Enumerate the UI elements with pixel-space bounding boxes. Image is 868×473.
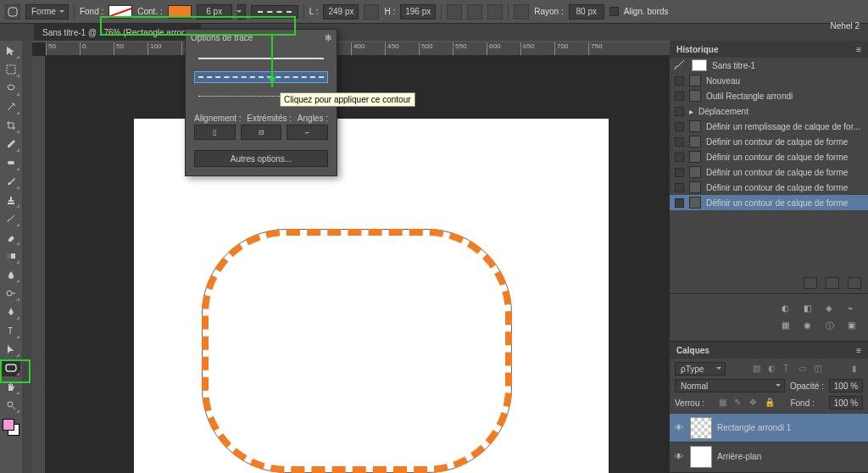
history-step-checkbox[interactable] <box>675 76 684 86</box>
filter-shape-icon[interactable]: ▭ <box>798 364 810 375</box>
visibility-icon[interactable]: 👁 <box>673 452 685 461</box>
stroke-align-select[interactable]: ▯ <box>194 125 236 140</box>
crop-tool[interactable] <box>2 117 20 134</box>
rounded-rectangle-tool[interactable] <box>2 359 20 376</box>
stroke-option-dashed[interactable] <box>194 71 328 83</box>
history-step[interactable]: Définir un remplissage de calque de for.… <box>670 119 868 134</box>
stroke-width-field[interactable]: 6 px <box>197 4 232 19</box>
channels-icon[interactable]: ◈ <box>826 303 839 315</box>
history-snapshot-row[interactable]: Sans titre-1 <box>670 58 868 73</box>
filter-toggle[interactable]: ▮ <box>852 364 863 375</box>
layer-row[interactable]: 👁 Rectangle arrondi 1 <box>670 413 868 442</box>
path-align-icon[interactable] <box>447 4 462 19</box>
dodge-tool[interactable] <box>2 285 20 302</box>
shape-mode-combo[interactable]: Forme <box>25 4 69 19</box>
filter-smart-icon[interactable]: ◫ <box>814 364 825 375</box>
stamp-tool[interactable] <box>2 192 20 209</box>
filter-pixel-icon[interactable]: ▧ <box>753 364 764 375</box>
history-step-checkbox[interactable] <box>675 137 684 147</box>
styles-icon[interactable]: ◧ <box>804 303 817 315</box>
stroke-caps-select[interactable]: ⊟ <box>241 125 282 140</box>
visibility-icon[interactable]: 👁 <box>673 423 685 432</box>
history-step[interactable]: Définir un contour de calque de forme <box>670 164 868 180</box>
document-tab[interactable]: Sans titre-1 @ 176% (Rectangle arrondi <box>34 24 201 41</box>
adjustments-icon[interactable]: ◐ <box>782 303 795 315</box>
history-step[interactable]: Définir un contour de calque de forme <box>670 134 868 149</box>
layer-name[interactable]: Rectangle arrondi 1 <box>717 423 791 432</box>
opacity-field[interactable]: 100 % <box>829 379 863 392</box>
link-wh-icon[interactable] <box>364 4 379 19</box>
history-panel-title[interactable]: Historique <box>676 45 718 54</box>
history-step[interactable]: Définir un contour de calque de forme <box>670 180 868 195</box>
stroke-swatch[interactable] <box>168 5 192 19</box>
width-field[interactable]: 249 px <box>323 4 359 19</box>
history-step[interactable]: ▸Déplacement <box>670 103 868 119</box>
layer-fill-field[interactable]: 100 % <box>829 396 863 409</box>
layer-name[interactable]: Arrière-plan <box>717 452 761 461</box>
eyedropper-tool[interactable] <box>2 136 20 153</box>
filter-type-icon[interactable]: T <box>783 364 794 375</box>
radius-field[interactable]: 80 px <box>569 4 604 19</box>
panel-menu-icon[interactable]: ≡ <box>856 346 861 355</box>
layer-filter-combo[interactable]: ρ Type <box>675 362 726 376</box>
stroke-width-dropdown[interactable] <box>237 4 246 19</box>
history-step-checkbox[interactable] <box>675 168 684 177</box>
wand-tool[interactable] <box>2 98 20 115</box>
color-icon[interactable]: ◉ <box>804 320 817 332</box>
workspace-label[interactable]: Nehel 2 <box>831 21 860 31</box>
shape-rounded-rectangle[interactable] <box>202 229 512 473</box>
panel-menu-icon[interactable]: ≡ <box>856 45 861 54</box>
lock-all-icon[interactable]: 🔒 <box>765 398 776 409</box>
history-step[interactable]: Outil Rectangle arrondi <box>670 88 868 103</box>
history-step-checkbox[interactable] <box>675 122 684 131</box>
history-trash-icon[interactable] <box>848 277 861 289</box>
gradient-tool[interactable] <box>2 248 20 264</box>
history-camera-icon[interactable] <box>804 277 817 289</box>
heal-tool[interactable] <box>2 154 20 171</box>
pen-tool[interactable] <box>2 303 20 320</box>
gear-icon[interactable] <box>514 4 529 19</box>
history-step-checkbox[interactable] <box>675 107 684 116</box>
swatches-icon[interactable]: ▦ <box>782 320 795 332</box>
history-step[interactable]: Nouveau <box>670 73 868 88</box>
history-step-checkbox[interactable] <box>675 92 684 101</box>
history-step-checkbox[interactable] <box>675 183 684 192</box>
layer-row[interactable]: 👁 Arrière-plan <box>670 442 868 470</box>
history-step[interactable]: Définir un contour de calque de forme <box>670 149 868 164</box>
layers-panel-title[interactable]: Calques <box>676 346 709 355</box>
popup-gear-icon[interactable]: ✻ <box>325 33 331 42</box>
align-edges-checkbox[interactable] <box>609 7 619 16</box>
type-tool[interactable]: T <box>2 322 20 339</box>
stroke-option-solid[interactable] <box>194 53 328 64</box>
eraser-tool[interactable] <box>2 229 20 246</box>
path-arrange-icon[interactable] <box>467 4 482 19</box>
history-step[interactable]: Définir un contour de calque de forme <box>670 195 868 210</box>
stroke-style-picker[interactable] <box>251 5 298 19</box>
navigator-icon[interactable]: ▣ <box>848 320 861 332</box>
info-icon[interactable]: ⓘ <box>826 320 839 332</box>
path-ops-icon[interactable] <box>487 4 503 19</box>
filter-adjust-icon[interactable]: ◐ <box>768 364 779 375</box>
marquee-tool[interactable] <box>2 61 20 78</box>
paths-icon[interactable]: ⌁ <box>848 303 861 315</box>
history-step-checkbox[interactable] <box>675 198 684 208</box>
path-select-tool[interactable] <box>2 341 20 358</box>
blur-tool[interactable] <box>2 266 20 283</box>
hand-tool[interactable] <box>2 378 20 395</box>
zoom-tool[interactable] <box>2 397 20 414</box>
history-step-checkbox[interactable] <box>675 153 684 162</box>
fill-swatch[interactable] <box>108 5 132 19</box>
stroke-more-options-button[interactable]: Autres options... <box>194 150 328 167</box>
stroke-corners-select[interactable]: ⌐ <box>287 125 328 140</box>
brush-tool[interactable] <box>2 173 20 190</box>
history-new-icon[interactable] <box>826 277 839 289</box>
lock-paint-icon[interactable]: ✎ <box>734 398 745 409</box>
lasso-tool[interactable] <box>2 80 20 97</box>
blend-mode-combo[interactable]: Normal <box>675 379 785 392</box>
history-brush-tool[interactable] <box>2 210 20 227</box>
move-tool[interactable] <box>2 42 20 59</box>
lock-move-icon[interactable]: ✥ <box>749 398 760 409</box>
color-swatches[interactable] <box>3 419 19 436</box>
height-field[interactable]: 196 px <box>400 4 436 19</box>
lock-trans-icon[interactable]: ▦ <box>719 398 730 409</box>
